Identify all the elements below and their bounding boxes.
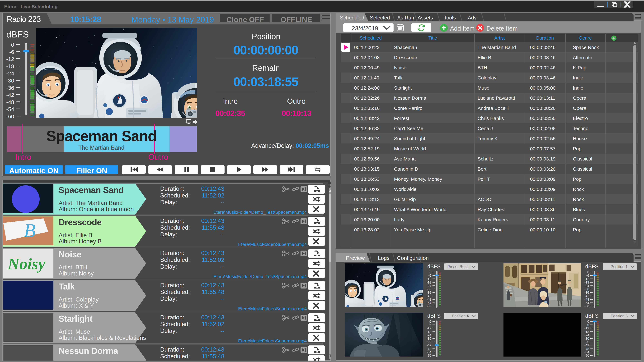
svg-text:Noisy: Noisy bbox=[8, 255, 46, 273]
svg-text:B: B bbox=[24, 220, 36, 241]
